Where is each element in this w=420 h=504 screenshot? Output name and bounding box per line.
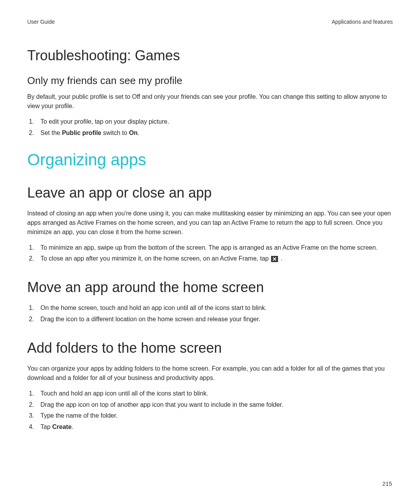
heading-move-app: Move an app around the home screen xyxy=(27,279,393,296)
heading-add-folders: Add folders to the home screen xyxy=(27,340,393,356)
paragraph-add-folders-intro: You can organize your apps by adding fol… xyxy=(27,364,393,383)
text: . xyxy=(138,130,139,136)
step-touch-hold-icon: On the home screen, touch and hold an ap… xyxy=(36,303,393,313)
step-close-app: To close an app after you minimize it, o… xyxy=(36,254,393,264)
steps-public-profile: To edit your profile, tap on your displa… xyxy=(27,117,393,138)
steps-move-app: On the home screen, touch and hold an ap… xyxy=(27,303,393,324)
steps-add-folders: Touch and hold an app icon until all of … xyxy=(27,389,393,432)
chapter-organizing-apps: Organizing apps xyxy=(27,150,393,169)
paragraph-public-profile-intro: By default, your public profile is set t… xyxy=(27,92,393,111)
page: User Guide Applications and features Tro… xyxy=(0,0,420,504)
steps-leave-close-app: To minimize an app, swipe up from the bo… xyxy=(27,243,393,264)
subheading-only-friends: Only my friends can see my profile xyxy=(27,75,393,87)
step-tap-create: Tap Create. xyxy=(36,422,393,432)
text: Set the xyxy=(40,130,62,136)
text: switch to xyxy=(102,130,129,136)
page-number: 215 xyxy=(382,480,392,487)
bold-public-profile: Public profile xyxy=(62,130,101,136)
step-edit-profile: To edit your profile, tap on your displa… xyxy=(36,117,393,127)
step-set-public-profile: Set the Public profile switch to On. xyxy=(36,128,393,138)
paragraph-leave-close-intro: Instead of closing an app when you're do… xyxy=(27,209,393,237)
bold-create: Create xyxy=(52,424,72,430)
header-right: Applications and features xyxy=(332,19,393,25)
text: To close an app after you minimize it, o… xyxy=(40,255,270,262)
header-left: User Guide xyxy=(27,19,55,25)
step-drag-icon: Drag the icon to a different location on… xyxy=(36,315,393,324)
text: . xyxy=(72,424,73,430)
heading-troubleshooting-games: Troubleshooting: Games xyxy=(27,47,393,64)
step-touch-hold-icon-folders: Touch and hold an app icon until all of … xyxy=(36,389,393,399)
step-type-folder-name: Type the name of the folder. xyxy=(36,411,393,421)
text: . xyxy=(281,255,282,262)
page-header: User Guide Applications and features xyxy=(27,19,393,25)
close-icon xyxy=(271,256,278,262)
step-minimize-app: To minimize an app, swipe up from the bo… xyxy=(36,243,393,253)
heading-leave-close-app: Leave an app or close an app xyxy=(27,185,393,201)
bold-on: On xyxy=(129,130,138,136)
text: Tap xyxy=(40,424,52,430)
step-drag-onto-icon: Drag the app icon on top of another app … xyxy=(36,400,393,410)
